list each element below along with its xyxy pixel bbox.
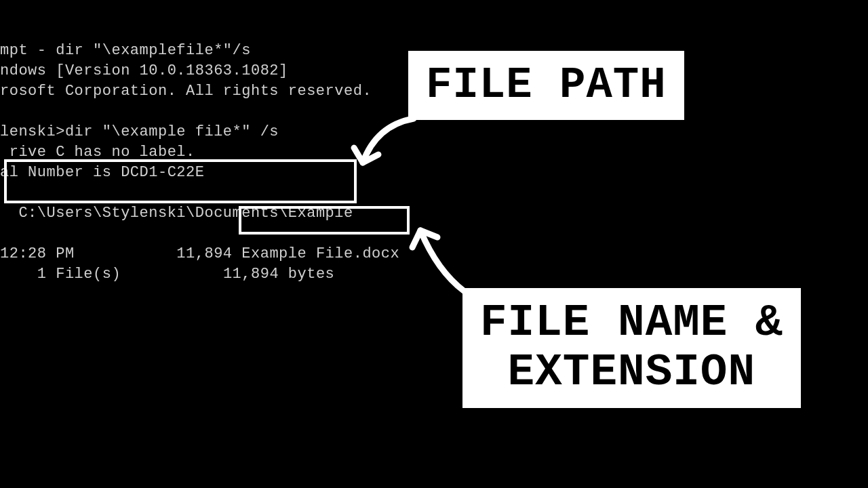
arrow-to-path-icon <box>339 102 434 183</box>
cmd-file-time: 12:28 PM <box>0 245 75 262</box>
cmd-windows-version: ndows [Version 10.0.18363.1082] <box>0 62 288 79</box>
label-file-path: FILE PATH <box>408 51 684 120</box>
cmd-prompt-line: lenski>dir "\example file*" /s <box>0 123 279 140</box>
highlight-file-path <box>4 159 357 203</box>
cmd-total-bytes: 11,894 bytes <box>223 266 334 283</box>
cmd-copyright: rosoft Corporation. All rights reserved. <box>0 83 372 100</box>
label-file-name-extension: FILE NAME & EXTENSION <box>462 288 801 408</box>
cmd-file-name: Example File.docx <box>241 245 399 262</box>
cmd-drive-line: rive C has no label. <box>0 144 195 161</box>
cmd-file-size: 11,894 <box>176 245 232 262</box>
cmd-file-count: 1 File(s) <box>37 266 121 283</box>
highlight-file-name <box>239 206 410 235</box>
arrow-to-filename-icon <box>400 217 481 305</box>
label-file-name-line2: EXTENSION <box>508 347 755 398</box>
label-file-name-line1: FILE NAME & <box>480 298 783 348</box>
cmd-title-line: mpt - dir "\examplefile*"/s <box>0 42 251 59</box>
label-file-path-text: FILE PATH <box>426 61 667 110</box>
